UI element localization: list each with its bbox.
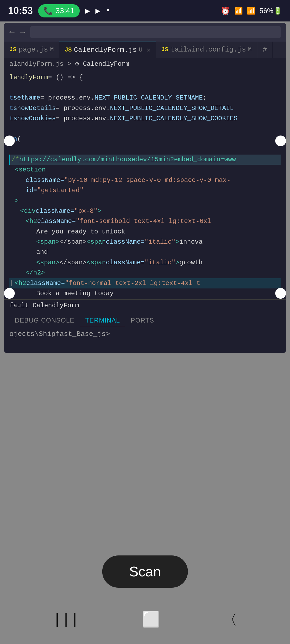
tab-label-active: CalendlyForm.js — [74, 46, 137, 54]
handle-bottom-right[interactable] — [275, 288, 286, 299]
tab-ports[interactable]: PORTS — [125, 314, 160, 327]
tab-page-js[interactable]: JS page.js M — [4, 42, 59, 58]
code-line — [9, 144, 281, 155]
modified-badge3: M — [248, 46, 252, 53]
wifi-icon: 📶 — [234, 7, 243, 15]
tab-close-icon[interactable]: ✕ — [147, 46, 150, 54]
nav-back-icon[interactable]: 〈 — [223, 610, 237, 630]
status-left: 10:53 📞 33:41 ▶ ▶ • — [8, 4, 110, 17]
tab-calendlyform-js[interactable]: JS CalendlyForm.js U ✕ — [59, 42, 156, 58]
terminal-path: ojects\Shipfast_Base_js> — [9, 330, 110, 338]
code-line: <section — [9, 165, 281, 175]
tab-tailwind-config[interactable]: JS tailwind.config.js M — [156, 42, 257, 58]
handle-top-right[interactable] — [275, 136, 286, 146]
code-line: t setName = process.env.NEXT_PUBLIC_CALE… — [9, 93, 281, 103]
alarm-icon: ⏰ — [221, 6, 230, 15]
call-duration: 📞 33:41 — [38, 4, 80, 17]
hash-icon: # — [263, 46, 267, 54]
code-line: <div className="px-8"> — [9, 206, 281, 216]
code-line: Are you ready to unlock — [9, 227, 281, 237]
code-line: t showCookies = process.env.NEXT_PUBLIC_… — [9, 114, 281, 124]
status-right: ⏰ 📶 📶 56%🔋 — [221, 6, 282, 15]
address-bar[interactable] — [30, 26, 281, 38]
tab-hash[interactable]: # — [257, 42, 273, 58]
vscode-frame: ← → JS page.js M JS CalendlyForm.js U ✕ … — [4, 23, 286, 353]
vscode-topbar: ← → — [4, 23, 286, 42]
code-line: and — [9, 247, 281, 257]
tab-label: page.js — [19, 46, 48, 54]
code-line: t showDetails = process.env.NEXT_PUBLIC_… — [9, 103, 281, 114]
scan-button[interactable]: Scan — [102, 555, 188, 588]
signal-icon: 📶 — [247, 7, 255, 15]
bottom-panel: fault CalendlyForm DEBUG CONSOLE TERMINA… — [4, 299, 286, 353]
code-line: <span> </span><span className="italic">i… — [9, 237, 281, 247]
js-icon: JS — [9, 46, 16, 53]
modified-badge2: U — [139, 47, 142, 53]
code-line: </h2> — [9, 268, 281, 278]
tab-terminal[interactable]: TERMINAL — [80, 314, 125, 327]
navigation-bar: ||| ⬜ 〈 — [0, 596, 290, 644]
nav-home-icon[interactable]: ⬜ — [142, 611, 160, 629]
breadcrumb-text: alandlyForm.js > ⊙ CalendlyForm — [9, 60, 129, 68]
youtube-icon: ▶ — [85, 6, 90, 16]
code-line: > — [9, 196, 281, 206]
forward-arrow-icon[interactable]: → — [20, 27, 25, 37]
code-line: Book a meeting today — [9, 288, 281, 299]
code-line: lendlyForm = () => { — [9, 72, 281, 83]
phone-icon: 📞 — [44, 6, 53, 15]
nav-menu-icon[interactable]: ||| — [53, 612, 79, 628]
status-time: 10:53 — [8, 5, 33, 16]
handle-top-left[interactable] — [4, 136, 15, 146]
panel-tabs: DEBUG CONSOLE TERMINAL PORTS — [4, 311, 286, 327]
breadcrumb: alandlyForm.js > ⊙ CalendlyForm — [4, 58, 286, 70]
battery-icon: 56%🔋 — [259, 7, 282, 15]
js-icon2: JS — [65, 47, 72, 53]
code-line-selected: |<h2 className="font-normal text-2xl lg:… — [9, 278, 281, 288]
code-line — [9, 83, 281, 93]
code-line: <span> </span><span className="italic">g… — [9, 258, 281, 268]
tabs-bar: JS page.js M JS CalendlyForm.js U ✕ JS t… — [4, 42, 286, 58]
back-arrow-icon[interactable]: ← — [9, 27, 15, 37]
modified-badge: M — [50, 46, 54, 53]
terminal-content: ojects\Shipfast_Base_js> — [4, 327, 286, 341]
handle-bottom-left[interactable] — [4, 288, 15, 299]
code-area: lendlyForm = () => { t setName = process… — [4, 70, 286, 325]
export-line: fault CalendlyForm — [9, 302, 79, 309]
youtube-icon2: ▶ — [95, 6, 100, 16]
tab-label2: tailwind.config.js — [171, 46, 246, 54]
dot-icon: • — [106, 6, 110, 15]
status-bar: 10:53 📞 33:41 ▶ ▶ • ⏰ 📶 📶 56%🔋 — [0, 0, 290, 21]
js-icon3: JS — [161, 46, 168, 53]
code-line: rn ( — [9, 134, 281, 144]
code-line-url: /* https://calendly.com/minthousedev/15m… — [9, 155, 281, 165]
code-line: className="py-10 md:py-12 space-y-0 md:s… — [9, 175, 281, 185]
code-line — [9, 124, 281, 134]
code-line: <h2 className="font-semibold text-4xl lg… — [9, 216, 281, 226]
code-line: id="getstarted" — [9, 185, 281, 196]
tab-debug-console[interactable]: DEBUG CONSOLE — [9, 314, 80, 327]
